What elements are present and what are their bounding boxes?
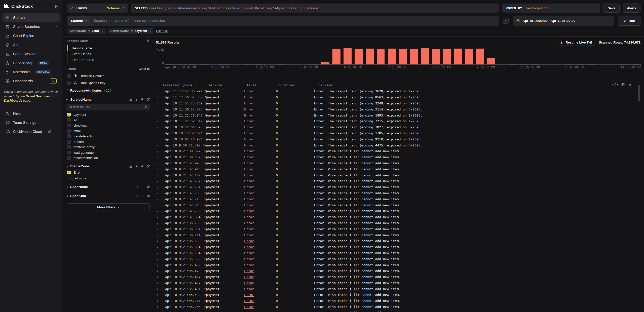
plus-icon[interactable]: + xyxy=(135,98,138,101)
load-more[interactable]: Load more xyxy=(66,175,150,181)
table-row[interactable]: ›Apr 10 10:13:38.474 PMpaymentError0Erro… xyxy=(156,130,640,136)
resume-live-tail-button[interactable]: Resume Live Tail xyxy=(557,39,595,46)
table-row[interactable]: ›Apr 10 9:21:38.097 PMpaymentError0Error… xyxy=(156,148,640,154)
note-link-saved-searches[interactable]: Saved Searches xyxy=(26,95,50,98)
row-expander-icon[interactable]: › xyxy=(156,227,163,231)
row-expander-icon[interactable]: › xyxy=(156,179,163,183)
row-expander-icon[interactable]: › xyxy=(156,191,163,195)
table-row[interactable]: ›Apr 10 9:21:37.781 PMpaymentError0Error… xyxy=(156,184,640,190)
sidebar-item-notebooks[interactable]: NotebooksPREVIEW xyxy=(3,68,60,76)
table-row[interactable]: ›Apr 10 9:21:37.807 PMpaymentError0Error… xyxy=(156,172,640,178)
table-row[interactable]: ›Apr 10 9:21:35.233 PMpaymentError0Error… xyxy=(156,304,640,310)
table-row[interactable]: ›Apr 10 9:21:35.174 PMpaymentError0Error… xyxy=(156,310,640,312)
checkbox[interactable] xyxy=(67,151,71,154)
row-expander-icon[interactable]: › xyxy=(156,233,163,237)
row-expander-icon[interactable]: › xyxy=(156,107,163,111)
checkbox[interactable] xyxy=(67,74,71,78)
row-expander-icon[interactable]: › xyxy=(156,167,163,171)
filter-value-recommendation[interactable]: recommendation xyxy=(66,155,150,161)
row-expander-icon[interactable]: › xyxy=(156,125,163,129)
table-row[interactable]: ›Apr 10 11:21:52.612 PMpaymentError0Erro… xyxy=(156,118,640,124)
pin-icon[interactable] xyxy=(147,185,150,188)
column-header-timestamp-local-[interactable]: Timestamp (Local) ↓ xyxy=(163,83,206,87)
table-row[interactable]: ›Apr 10 9:21:37.998 PMpaymentError0Error… xyxy=(156,160,640,166)
row-expander-icon[interactable]: › xyxy=(156,131,163,135)
checkbox[interactable] xyxy=(67,145,71,149)
row-expander-icon[interactable]: › xyxy=(156,281,163,285)
analysis-mode-event-patterns[interactable]: Event Patterns xyxy=(67,57,150,63)
table-row[interactable]: ›Apr 10 9:21:38.032 PMpaymentError0Error… xyxy=(156,154,640,160)
filter-value-error[interactable]: ✓Error xyxy=(66,170,150,175)
row-expander-icon[interactable]: › xyxy=(156,155,163,159)
checkbox[interactable] xyxy=(67,156,71,160)
table-scrollbar[interactable] xyxy=(638,85,640,101)
sidebar-item-search[interactable]: Search xyxy=(3,13,60,22)
sidebar-item-alerts[interactable]: Alerts xyxy=(3,41,60,49)
schema-button[interactable]: Schema xyxy=(107,6,120,10)
filter-values-search-input[interactable] xyxy=(69,105,145,109)
note-link-dashboards[interactable]: Dashboards xyxy=(4,99,22,102)
row-expander-icon[interactable]: › xyxy=(156,89,163,93)
table-row[interactable]: ›Apr 10 9:50:21.398 PMpaymentError0Error… xyxy=(156,142,640,148)
sidebar-item-dashboards[interactable]: Dashboards xyxy=(3,77,60,85)
row-expander-icon[interactable]: › xyxy=(156,275,163,279)
table-row[interactable]: ›Apr 10 9:21:35.489 PMpaymentError0Error… xyxy=(156,262,640,268)
table-row[interactable]: ›Apr 10 9:21:36.114 PMpaymentError0Error… xyxy=(156,232,640,238)
alerts-button[interactable]: Alerts xyxy=(623,4,640,13)
histogram-plot[interactable] xyxy=(165,48,640,65)
row-expander-icon[interactable]: › xyxy=(156,113,163,117)
table-row[interactable]: ›Apr 10 9:21:37.694 PMpaymentError0Error… xyxy=(156,214,640,220)
filter-group-header[interactable]: SpanName− xyxy=(66,183,150,190)
row-expander-icon[interactable]: › xyxy=(156,293,163,297)
filter-group-header[interactable]: ResourceAttributes{13} xyxy=(66,87,150,94)
table-row[interactable]: ›Apr 11 12:46:32.537 AMpaymentError0Erro… xyxy=(156,94,640,100)
checkbox[interactable] xyxy=(67,140,71,144)
table-row[interactable]: ›Apr 10 9:21:35.392 PMpaymentError0Error… xyxy=(156,292,640,298)
checkbox[interactable] xyxy=(67,129,71,133)
table-row[interactable]: ›Apr 10 9:21:37.703 PMpaymentError0Error… xyxy=(156,208,640,214)
more-filters-button[interactable]: More filters xyxy=(67,203,150,211)
filter-value-fraud-detection[interactable]: fraud-detection xyxy=(66,134,150,139)
row-expander-icon[interactable]: › xyxy=(156,239,163,243)
wrap-lines-icon[interactable] xyxy=(621,83,625,86)
source-selector[interactable]: Traces Schema xyxy=(67,4,128,13)
table-row[interactable]: ›Apr 10 10:22:06.390 PMpaymentError0Erro… xyxy=(156,124,640,130)
row-expander-icon[interactable]: › xyxy=(156,95,163,99)
analysis-mode-results-table[interactable]: Results Table xyxy=(67,45,150,51)
table-row[interactable]: ›Apr 10 9:21:35.688 PMpaymentError0Error… xyxy=(156,238,640,244)
pin-icon[interactable] xyxy=(140,98,144,101)
chip-close-icon[interactable]: × xyxy=(101,29,103,33)
checkbox[interactable]: ✓ xyxy=(67,113,71,116)
filter-value-load-generator[interactable]: load-generator xyxy=(66,150,150,155)
date-range-picker[interactable]: Apr 10 14:00:00 - Apr 11 01:00:00 xyxy=(513,16,614,26)
sidebar-item-saved-searches[interactable]: Saved Searches xyxy=(3,22,60,31)
search-input[interactable] xyxy=(90,16,499,26)
sidebar-collapse-icon[interactable] xyxy=(54,4,58,8)
row-expander-icon[interactable]: › xyxy=(156,311,163,312)
checkbox[interactable] xyxy=(67,134,71,138)
save-button[interactable]: Save xyxy=(603,4,620,13)
table-row[interactable]: ›Apr 10 11:25:36.847 PMpaymentError0Erro… xyxy=(156,112,640,118)
filter-value-frontend[interactable]: frontend xyxy=(66,139,150,145)
row-expander-icon[interactable]: › xyxy=(156,173,163,177)
table-row[interactable]: ›Apr 11 12:47:36.991 AMpaymentError0Erro… xyxy=(156,88,640,94)
order-by-input[interactable]: ORDER BY Timestamp DESC xyxy=(502,4,600,13)
bar-chart-icon[interactable] xyxy=(129,98,133,101)
filter-value-email[interactable]: email xyxy=(66,128,150,134)
bar-chart-icon[interactable] xyxy=(129,165,133,168)
table-row[interactable]: ›Apr 10 9:21:37.910 PMpaymentError0Error… xyxy=(156,166,640,172)
sql-select-input[interactable]: SELECT Timestamp, ServiceName as service… xyxy=(131,4,499,13)
filter-group-header[interactable]: StatusCode+ xyxy=(66,163,150,170)
table-row[interactable]: ›Apr 10 9:21:37.797 PMpaymentError0Error… xyxy=(156,178,640,184)
row-expander-icon[interactable]: › xyxy=(156,269,163,273)
row-expander-icon[interactable]: › xyxy=(156,101,163,105)
sql-view-icon[interactable]: </> xyxy=(612,83,618,86)
chips-clear-all[interactable]: Clear all xyxy=(156,29,168,33)
query-language-selector[interactable]: Lucene xyxy=(67,16,90,26)
row-expander-icon[interactable]: › xyxy=(156,305,163,309)
row-expander-icon[interactable]: › xyxy=(156,215,163,219)
sidebar-item-chart-explorer[interactable]: Chart Explorer xyxy=(3,31,60,40)
dashboards-expand-button[interactable] xyxy=(50,78,57,84)
table-row[interactable]: ›Apr 10 9:21:35.401 PMpaymentError0Error… xyxy=(156,286,640,292)
checkbox[interactable] xyxy=(67,81,71,85)
